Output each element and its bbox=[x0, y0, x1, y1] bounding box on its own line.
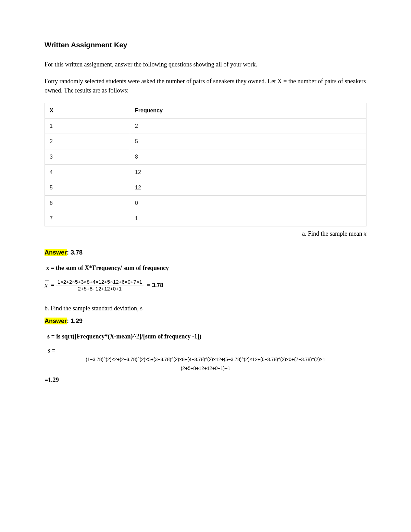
s-result: =1.29 bbox=[45, 375, 366, 385]
table-header-frequency: Frequency bbox=[130, 103, 366, 118]
table-row: 6 0 bbox=[45, 195, 366, 211]
mean-numerator: 1×2+2×5+3×8+4×12+5×12+6×0+7×1 bbox=[56, 279, 144, 285]
cell-freq: 12 bbox=[130, 180, 366, 195]
page-title: Written Assignment Key bbox=[45, 39, 366, 50]
cell-freq: 5 bbox=[130, 134, 366, 149]
table-row: 4 12 bbox=[45, 164, 366, 180]
table-row: 3 8 bbox=[45, 149, 366, 164]
cell-x: 2 bbox=[45, 134, 130, 149]
answer-a: Answer: 3.78 bbox=[45, 248, 366, 257]
answer-b-value: : 1.29 bbox=[67, 318, 83, 324]
mean-definition-text: x = the sum of X*Frequency/ sum of frequ… bbox=[46, 264, 169, 271]
cell-x: 4 bbox=[45, 164, 130, 180]
mean-formula: x = 1×2+2×5+3×8+4×12+5×12+6×0+7×1 2+5+8+… bbox=[45, 279, 366, 292]
table-row: 2 5 bbox=[45, 134, 366, 149]
cell-freq: 12 bbox=[130, 164, 366, 180]
equals-icon: = bbox=[51, 281, 54, 289]
s-definition-text: s = is sqrt([Frequency*(X-mean)^2]/[sum … bbox=[47, 333, 201, 340]
x-bar-symbol: x bbox=[45, 280, 48, 290]
frequency-table-wrap: X Frequency 1 2 2 5 3 8 4 bbox=[45, 103, 366, 226]
cell-x: 5 bbox=[45, 180, 130, 195]
question-a-variable: x bbox=[364, 230, 366, 237]
frequency-table: X Frequency 1 2 2 5 3 8 4 bbox=[45, 103, 366, 226]
s-formula: s = (1−3.78)^(2)×2+(2−3.78)^(2)×5+(3−3.7… bbox=[45, 346, 366, 372]
s-equals: s = bbox=[48, 346, 366, 355]
question-a: a. Find the sample mean x bbox=[45, 229, 366, 238]
mean-definition: x = the sum of X*Frequency/ sum of frequ… bbox=[45, 263, 366, 273]
s-denominator: (2+5+8+12+12+0+1)−1 bbox=[181, 364, 230, 372]
table-row: 1 2 bbox=[45, 118, 366, 134]
cell-x: 1 bbox=[45, 118, 130, 134]
mean-denominator: 2+5+8+12+12+0+1 bbox=[77, 285, 123, 292]
answer-label-highlight: Answer bbox=[45, 318, 67, 324]
mean-fraction: 1×2+2×5+3×8+4×12+5×12+6×0+7×1 2+5+8+12+1… bbox=[56, 279, 144, 292]
cell-freq: 1 bbox=[130, 211, 366, 226]
cell-freq: 0 bbox=[130, 195, 366, 211]
cell-x: 6 bbox=[45, 195, 130, 211]
s-fraction: (1−3.78)^(2)×2+(2−3.78)^(2)×5+(3−3.78)^(… bbox=[45, 356, 366, 372]
intro-paragraph: For this written assignment, answer the … bbox=[45, 60, 366, 69]
answer-b: Answer: 1.29 bbox=[45, 317, 366, 326]
table-header-x: X bbox=[45, 103, 130, 118]
question-a-text: a. Find the sample mean bbox=[302, 230, 364, 237]
cell-freq: 8 bbox=[130, 149, 366, 164]
cell-freq: 2 bbox=[130, 118, 366, 134]
cell-x: 3 bbox=[45, 149, 130, 164]
answer-label-highlight: Answer bbox=[45, 249, 67, 256]
mean-result: = 3.78 bbox=[147, 281, 163, 290]
document-page: Written Assignment Key For this written … bbox=[0, 0, 411, 405]
table-row: 7 1 bbox=[45, 211, 366, 226]
x-bar-icon bbox=[45, 263, 46, 273]
prompt-paragraph: Forty randomly selected students were as… bbox=[45, 77, 366, 95]
s-definition: s = is sqrt([Frequency*(X-mean)^2]/[sum … bbox=[47, 332, 366, 341]
question-b: b. Find the sample standard deviation, s bbox=[45, 304, 366, 313]
answer-a-value: : 3.78 bbox=[67, 249, 83, 256]
s-numerator: (1−3.78)^(2)×2+(2−3.78)^(2)×5+(3−3.78)^(… bbox=[85, 356, 326, 364]
cell-x: 7 bbox=[45, 211, 130, 226]
table-row: 5 12 bbox=[45, 180, 366, 195]
